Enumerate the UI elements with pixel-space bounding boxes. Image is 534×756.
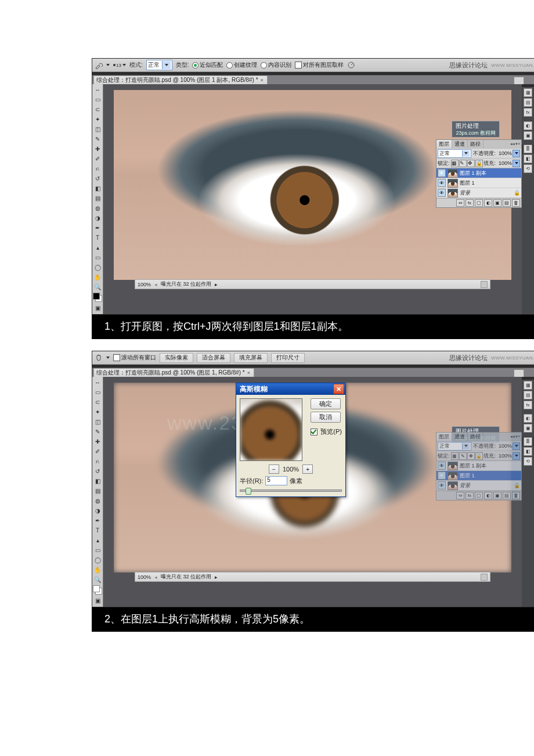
layer-thumbnail[interactable] [448, 169, 458, 178]
lasso-tool-icon[interactable]: ⊂ [93, 105, 102, 113]
adjustment-layer-icon[interactable]: ◐ [484, 199, 492, 207]
mode-select[interactable]: 正常 [146, 60, 172, 70]
close-tab-icon[interactable]: × [261, 77, 264, 83]
layer-item-1[interactable]: 👁 图层 1 [436, 178, 521, 188]
healing-tool-icon[interactable]: ✚ [93, 145, 102, 153]
hand-tool-icon[interactable]: ✋ [93, 566, 102, 574]
layer-item-bg[interactable]: 👁 背景 🔒 [436, 481, 521, 491]
checkbox-scroll-all[interactable]: 滚动所有窗口 [113, 354, 156, 362]
lasso-tool-icon[interactable]: ⊂ [93, 398, 102, 406]
visibility-toggle-icon[interactable]: 👁 [438, 471, 446, 480]
dialog-preview[interactable] [240, 398, 302, 461]
opacity-arrow-icon[interactable] [513, 442, 520, 450]
3d-tool-icon[interactable]: ◯ [93, 263, 102, 271]
lock-position-icon[interactable]: ✥ [467, 452, 475, 460]
radio-content-aware[interactable]: 内容识别 [261, 61, 291, 69]
tab-channels[interactable]: 通道 [452, 140, 468, 148]
resize-grip-icon[interactable] [481, 574, 488, 581]
lock-all-icon[interactable]: 🔒 [475, 160, 483, 167]
layer-item-bg[interactable]: 👁 背景 🔒 [436, 188, 521, 198]
dock-collapse-bar[interactable]: ▸▸ [522, 84, 534, 88]
zoom-tool-icon[interactable]: 🔍 [93, 283, 102, 291]
hand-tool-icon[interactable]: ✋ [93, 273, 102, 281]
new-layer-icon[interactable]: ▤ [503, 199, 511, 207]
checkbox-sample-all[interactable]: 对所有图层取样 [295, 61, 344, 69]
marquee-tool-icon[interactable]: ▭ [93, 95, 102, 103]
layer-item-copy[interactable]: 👁 图层 1 副本 [436, 168, 521, 178]
status-menu-icon[interactable]: ▸ [215, 574, 218, 580]
dialog-titlebar[interactable]: 高斯模糊 ✕ [236, 383, 345, 395]
type-tool-icon[interactable]: T [93, 233, 102, 242]
link-layers-icon[interactable]: ⇔ [456, 199, 464, 207]
layer-mask-icon[interactable]: ▢ [475, 492, 483, 499]
palette-styles[interactable]: fx样式 [522, 400, 534, 410]
layer-thumbnail[interactable] [448, 481, 458, 490]
blend-mode-select[interactable]: 正常 [438, 149, 471, 158]
history-brush-icon[interactable]: ↺ [93, 467, 102, 475]
eyedropper-tool-icon[interactable]: ✎ [93, 135, 102, 143]
opacity-arrow-icon[interactable] [513, 150, 520, 157]
btn-actual-pixels[interactable]: 实际像素 [160, 353, 193, 363]
color-swatches[interactable] [93, 293, 102, 302]
visibility-toggle-icon[interactable]: 👁 [438, 179, 446, 187]
palette-channels[interactable]: ◧通道 [522, 154, 534, 164]
panel-collapse-icon[interactable]: ◂◂ [510, 434, 515, 439]
lock-pixels-icon[interactable]: ✎ [459, 452, 467, 460]
brush-size-thumb[interactable]: 13 [113, 63, 126, 68]
btn-fill-screen[interactable]: 填充屏幕 [234, 353, 268, 363]
slider-thumb[interactable] [246, 488, 251, 495]
layer-mask-icon[interactable]: ▢ [475, 199, 483, 207]
fill-arrow-icon[interactable] [513, 452, 520, 460]
gradient-tool-icon[interactable]: ▤ [93, 194, 102, 202]
eraser-tool-icon[interactable]: ◧ [93, 184, 102, 192]
shape-tool-icon[interactable]: ▭ [93, 546, 102, 554]
layer-group-icon[interactable]: ▣ [493, 199, 501, 207]
stamp-tool-icon[interactable]: ⎌ [93, 457, 102, 465]
palette-channels[interactable]: ◧通道 [522, 447, 534, 456]
palette-adjust[interactable]: ◐调整 [522, 121, 534, 131]
dock-collapse-bar[interactable]: ▸▸ [522, 377, 534, 380]
lock-position-icon[interactable]: ✥ [467, 160, 475, 167]
wand-tool-icon[interactable]: ✦ [93, 408, 102, 416]
visibility-toggle-icon[interactable]: 👁 [438, 189, 446, 197]
palette-layers[interactable]: ≣图层 [522, 437, 534, 447]
wand-tool-icon[interactable]: ✦ [93, 115, 102, 123]
btn-print-size[interactable]: 打印尺寸 [271, 353, 305, 363]
layer-fx-icon[interactable]: fx [466, 492, 474, 499]
palette-paths[interactable]: ⟲路径 [522, 456, 534, 466]
resize-grip-icon[interactable] [481, 281, 488, 288]
layer-fx-icon[interactable]: fx [466, 199, 474, 207]
brush-tool-icon[interactable]: ✐ [93, 447, 102, 455]
delete-layer-icon[interactable]: 🗑 [512, 199, 520, 207]
dialog-close-button[interactable]: ✕ [333, 384, 344, 394]
visibility-toggle-icon[interactable]: 👁 [438, 169, 446, 177]
zoom-readout[interactable]: 100% [138, 574, 151, 580]
tool-preset-dropdown-icon[interactable] [106, 357, 110, 359]
eraser-tool-icon[interactable]: ◧ [93, 477, 102, 485]
document-tab[interactable]: 综合处理：打造明亮眼睛.psd @ 100% (图层 1 副本, RGB/8#)… [93, 75, 268, 84]
move-tool-icon[interactable]: ↔ [93, 85, 102, 93]
palette-layers[interactable]: ≣图层 [522, 144, 534, 154]
gradient-tool-icon[interactable]: ▤ [93, 487, 102, 495]
tab-layers[interactable]: 图层 [436, 140, 452, 148]
panel-collapse-icon[interactable]: ◂◂ [510, 142, 515, 146]
pen-tool-icon[interactable]: ✒ [93, 224, 102, 232]
radio-texture[interactable]: 创建纹理 [226, 61, 257, 69]
palette-masks[interactable]: ▣蒙版 [522, 131, 534, 141]
type-tool-icon[interactable]: T [93, 526, 102, 534]
layer-thumbnail[interactable] [448, 179, 458, 188]
dodge-tool-icon[interactable]: ◑ [93, 214, 102, 222]
blur-tool-icon[interactable]: ◍ [93, 204, 102, 212]
zoom-in-button[interactable]: + [302, 465, 313, 474]
radius-slider[interactable] [240, 487, 342, 493]
layer-item-copy[interactable]: 👁 图层 1 副本 [436, 461, 521, 471]
cancel-button[interactable]: 取消 [311, 412, 341, 423]
layer-item-1[interactable]: 👁 图层 1 [436, 471, 521, 481]
visibility-toggle-icon[interactable]: 👁 [438, 481, 446, 489]
tab-layers[interactable]: 图层 [436, 433, 452, 441]
layer-thumbnail[interactable] [448, 462, 458, 470]
new-layer-icon[interactable]: ▤ [503, 492, 511, 499]
color-swatches[interactable] [93, 585, 102, 595]
lock-pixels-icon[interactable]: ✎ [459, 160, 467, 167]
palette-swatches[interactable]: ▤色板 [522, 98, 534, 107]
